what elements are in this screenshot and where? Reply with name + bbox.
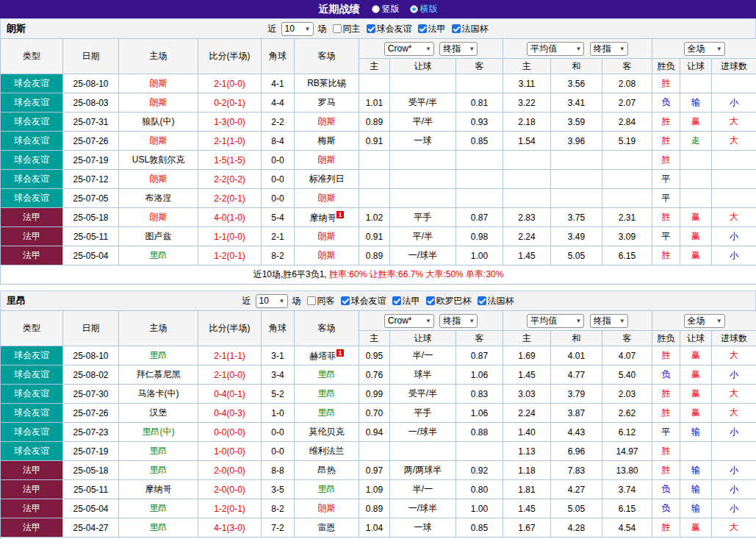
cell [551,189,602,208]
checkbox-icon[interactable] [426,296,435,305]
cell: 1-2(0-1) [198,499,262,518]
cell [680,170,712,189]
sub-header: 主 [503,331,551,346]
match-count-select[interactable]: 10▼ [256,294,288,308]
near-label: 近 [242,295,251,307]
cell: 朗斯 [295,499,359,518]
col-header-away: 客场 [295,311,359,346]
cell: 1-5(1-5) [198,151,262,170]
checkbox-icon[interactable] [478,296,486,305]
checkbox-icon[interactable] [341,296,350,305]
chevron-down-icon: ▼ [469,46,475,52]
cell: 朗斯 [119,208,198,227]
cell: 2-1(1-1) [198,346,262,365]
filter-checkbox-同客[interactable]: 同客 [307,295,335,307]
checkbox-icon[interactable] [333,24,342,33]
cell: 平/半 [390,113,456,132]
matches-table: 类型 日期 主场 比分(半场) 角球 客场 Crow*▼ 终指▼ 平均值▼ 终指… [0,38,756,285]
filter-checkbox-法国杯[interactable]: 法国杯 [478,295,514,307]
odds-company-select[interactable]: Crow*▼ [384,42,434,56]
avg-select[interactable]: 平均值▼ [527,314,584,328]
odds-time-select[interactable]: 终指▼ [439,42,478,56]
match-count-select[interactable]: 10▼ [281,22,314,36]
cell: 3.56 [551,74,602,93]
cell: 胜 [652,461,680,480]
cell [390,74,456,93]
checkbox-label: 球会友谊 [351,295,386,307]
cell: 0.76 [359,365,390,385]
cell: 平手 [390,208,456,227]
checkbox-icon[interactable] [418,24,427,33]
cell: 赫塔菲1 [295,346,359,365]
league-filter-checkboxes: 同客球会友谊法甲欧罗巴杯法国杯 [307,295,514,307]
avg-select[interactable]: 平均值▼ [527,42,584,56]
layout-radio-竖版[interactable]: 竖版 [372,3,400,15]
fulltime-select[interactable]: 全场▼ [684,42,725,56]
checkbox-label: 同客 [317,295,335,307]
cell: 4.54 [602,518,652,538]
cell [456,151,503,170]
cell: 输 [680,461,712,480]
odds-group-asian: Crow*▼ 终指▼ [359,39,503,59]
checkbox-icon[interactable] [452,24,461,33]
cell: 朗斯 [119,170,198,189]
cell [680,74,712,93]
checkbox-icon[interactable] [307,296,316,305]
chevron-down-icon: ▼ [716,318,722,324]
match-row: 法甲25-05-18里昂2-0(0-0)8-8昂热0.97两/两球半0.921.… [1,461,756,480]
cell: 马洛卡(中) [119,385,198,404]
checkbox-icon[interactable] [367,24,375,33]
col-header-type: 类型 [1,311,63,346]
cell: 5.40 [602,365,652,385]
avg-time-select[interactable]: 终指▼ [590,314,628,328]
filter-checkbox-法国杯[interactable]: 法国杯 [452,23,489,35]
cell: 4.43 [551,423,602,442]
odds-company-select[interactable]: Crow*▼ [384,314,434,328]
filter-checkbox-球会友谊[interactable]: 球会友谊 [341,295,386,307]
cell: 0-0 [262,151,295,170]
cell: 平 [652,227,680,246]
filter-checkbox-法甲[interactable]: 法甲 [392,295,420,307]
radio-icon[interactable] [372,5,380,13]
fulltime-select[interactable]: 全场▼ [684,314,725,328]
summary-segment: 近10场,胜6平3负1, [253,269,329,279]
cell: 1-3(0-0) [198,113,262,132]
cell: 0.89 [359,246,390,265]
cell: 负 [652,499,680,518]
chevron-down-icon: ▼ [305,26,311,32]
cell: 小 [712,461,756,480]
cell: 1.02 [359,208,390,227]
chevron-down-icon: ▼ [425,318,431,324]
team-name: 朗斯 [7,22,26,35]
col-header-date: 日期 [63,39,119,74]
cell: 5-2 [262,385,295,404]
cell: 25-07-26 [63,132,119,151]
checkbox-label: 球会友谊 [377,23,412,35]
cell: 赢 [680,365,712,385]
cell: 2.83 [503,208,551,227]
cell: 梅斯 [295,132,359,151]
filter-checkbox-法甲[interactable]: 法甲 [418,23,446,35]
cell: 7.83 [551,461,602,480]
filter-checkbox-欧罗巴杯[interactable]: 欧罗巴杯 [426,295,472,307]
radio-icon[interactable] [410,5,418,13]
cell: 25-05-11 [63,227,119,246]
sub-header: 胜负 [652,331,680,346]
cell: 球会友谊 [1,74,63,93]
checkbox-icon[interactable] [392,296,401,305]
cell [359,442,390,461]
cell: 赢 [680,246,712,265]
match-row: 法甲25-05-11摩纳哥2-0(0-0)3-5里昂1.09半/一0.801.8… [1,480,756,499]
filter-checkbox-同主[interactable]: 同主 [333,23,361,35]
filter-checkbox-球会友谊[interactable]: 球会友谊 [367,23,412,35]
cell: 0-0 [262,189,295,208]
avg-time-select[interactable]: 终指▼ [590,42,628,56]
cell: 4-0(1-0) [198,208,262,227]
layout-radio-横版[interactable]: 横版 [410,3,438,15]
cell: 1-2(0-1) [198,246,262,265]
cell: 胜 [652,385,680,404]
col-header-score: 比分(半场) [198,311,262,346]
odds-time-select[interactable]: 终指▼ [439,314,478,328]
cell: 3.41 [551,93,602,113]
cell: 球会友谊 [1,170,63,189]
